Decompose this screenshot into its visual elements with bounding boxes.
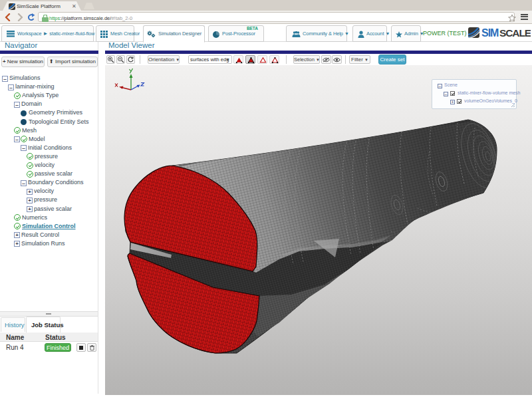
svg-text:SIM: SIM	[481, 27, 499, 39]
svg-text:SCALE: SCALE	[499, 27, 531, 39]
